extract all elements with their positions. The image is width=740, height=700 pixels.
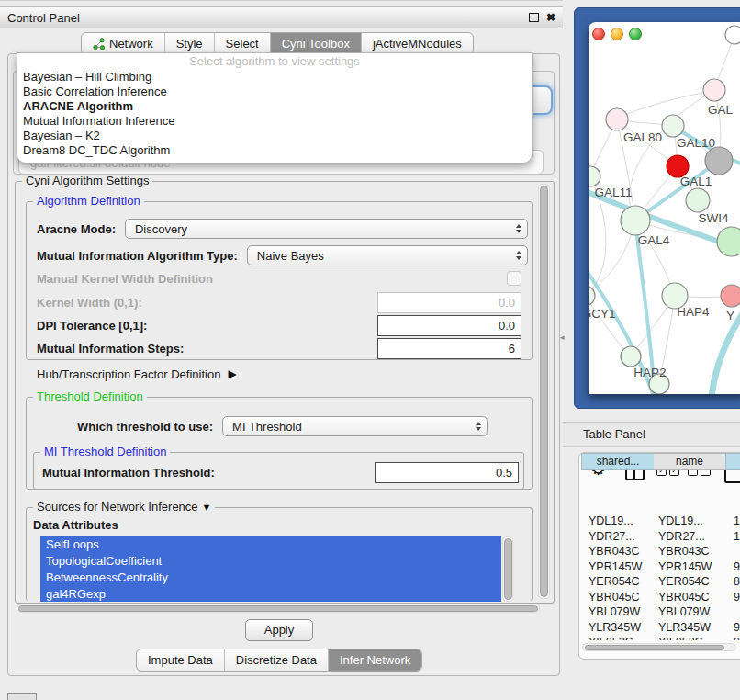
dropdown-item[interactable]: Bayesian – Hill Climbing [17,70,532,85]
node-gal80 [606,108,628,130]
table-rows: YDL19...YDL19...13 YDR27...YDR27...12 YB… [581,514,740,640]
column-header-partial[interactable]: A [725,453,740,470]
tab-network-label: Network [109,34,153,54]
attribute-item[interactable]: SelfLoops [40,536,501,553]
table-row[interactable]: YPR145WYPR145W9. [581,559,740,575]
dropdown-item-aracne[interactable]: ARACNE Algorithm [17,99,532,114]
settings-hscrollbar-thumb[interactable] [18,605,538,612]
which-threshold-row: Which threshold to use: MI Threshold [77,415,488,437]
table-row[interactable]: YDR27...YDR27...12 [581,529,740,545]
cyni-algorithm-settings-title: Cyni Algorithm Settings [22,175,152,187]
tab-jactivemnodules[interactable]: jActiveMNodules [361,33,473,54]
tab-discretize-data[interactable]: Discretize Data [224,649,328,671]
table-panel-titlebar[interactable]: Table Panel [563,422,740,447]
dropdown-item[interactable]: Basic Correlation Inference [17,85,532,99]
node-label: HAP2 [633,366,666,379]
network-window[interactable]: GAL GAL80 GAL10 GAL11 GAL1 SWI4 GAL4 HAP… [589,22,740,394]
which-threshold-combobox[interactable]: MI Threshold [222,416,488,436]
tab-network[interactable]: Network [82,33,164,54]
node-gal1 [686,188,710,212]
float-window-icon[interactable] [529,13,539,22]
sources-group-title[interactable]: Sources for Network Inference▼ [33,501,215,514]
attribute-item[interactable]: BetweennessCentrality [40,570,501,586]
table-row[interactable]: YLR345WYLR345W9. [581,620,740,636]
network-icon [93,38,105,50]
table-row[interactable]: YBL079WYBL079W [581,604,740,620]
column-header-shared-name[interactable]: shared... [581,453,655,470]
node-gal10 [662,115,684,137]
kernel-width-row: Kernel Width (0,1): 0.0 [37,292,521,312]
dropdown-placeholder: Select algorithm to view settings [17,53,532,70]
table-hscrollbar-track[interactable] [582,643,736,651]
aracne-mode-value: Discovery [135,222,187,236]
threshold-definition-title: Threshold Definition [33,390,147,403]
node-salmon [721,285,740,307]
table-row[interactable]: YBR045CYBR045C9. [581,590,740,605]
attribute-item[interactable]: gal4RGexp [40,586,501,602]
network-graph[interactable]: GAL GAL80 GAL10 GAL11 GAL1 SWI4 GAL4 HAP… [589,22,740,394]
stepper-icon [516,224,521,233]
node-label: HAP4 [677,305,710,319]
expanded-arrow-icon: ▼ [202,502,212,513]
stepper-icon [476,422,481,431]
dropdown-item[interactable]: Mutual Information Inference [17,114,532,129]
close-traffic-light-icon[interactable] [592,28,605,40]
mi-threshold-row: Mutual Information Threshold: 0.5 [42,462,519,482]
tab-cyni-toolbox[interactable]: Cyni Toolbox [270,33,361,54]
attribute-item[interactable]: TopologicalCoefficient [40,553,501,570]
node-label: GAL4 [638,233,670,247]
manual-kernel-width-label: Manual Kernel Width Definition [37,272,213,286]
algorithm-dropdown-popup: Select algorithm to view settings Bayesi… [17,52,533,164]
node-table-panel: ⚙ ✓✓ shared... name A YDL19...YDL19...13… [578,452,740,660]
minimize-traffic-light-icon[interactable] [611,28,623,40]
dpi-tolerance-label: DPI Tolerance [0,1]: [37,319,147,333]
node-label: GAL80 [623,130,662,144]
tab-infer-network[interactable]: Infer Network [328,649,421,671]
dpi-tolerance-field[interactable]: 0.0 [377,315,521,336]
node-gal11 [589,166,600,186]
table-hscrollbar-thumb[interactable] [585,645,724,650]
collapsed-arrow-icon: ▶ [228,367,236,380]
mi-threshold-field[interactable]: 0.5 [375,462,519,483]
mi-steps-row: Mutual Information Steps: 6 [37,338,521,358]
node-label: GAL1 [680,175,712,188]
table-panel-title: Table Panel [583,427,645,441]
control-panel-titlebar[interactable]: Control Panel ✖ [0,6,563,28]
dropdown-item[interactable]: Dream8 DC_TDC Algorithm [17,143,532,158]
table-row[interactable]: YIL052CYIL052C0. [581,635,740,640]
cytopanel-dock-button[interactable] [7,693,37,700]
window-title: Control Panel [7,11,80,25]
dropdown-item[interactable]: Bayesian – K2 [17,129,532,143]
table-row[interactable]: YBR043CYBR043C [581,544,740,559]
table-row[interactable]: YDL19...YDL19...13 [581,514,740,529]
zoom-traffic-light-icon[interactable] [629,28,642,40]
node-swi4 [717,227,740,256]
mi-steps-field[interactable]: 6 [377,338,521,359]
data-attributes-label: Data Attributes [33,518,118,532]
tab-impute-data[interactable]: Impute Data [137,649,224,671]
stepper-icon [516,251,521,260]
tab-style[interactable]: Style [164,33,214,54]
column-header-name[interactable]: name [654,453,726,470]
tab-select[interactable]: Select [214,33,270,54]
algorithm-definition-title: Algorithm Definition [33,195,144,208]
table-row[interactable]: YER054CYER054C8. [581,574,740,590]
mi-threshold-definition-title: MI Threshold Definition [40,446,170,458]
apply-button[interactable]: Apply [245,619,313,641]
network-view-frame[interactable]: GAL GAL80 GAL10 GAL11 GAL1 SWI4 GAL4 HAP… [574,7,740,409]
hub-tf-definition-label: Hub/Transcription Factor Definition [37,367,220,381]
node-label: SWI4 [698,211,728,225]
close-window-icon[interactable]: ✖ [546,12,555,23]
manual-kernel-width-checkbox[interactable] [507,271,521,286]
mi-algorithm-type-value: Naive Bayes [257,249,324,263]
node-label: Y [726,309,734,322]
mi-algorithm-type-combobox[interactable]: Naive Bayes [247,245,528,265]
aracne-mode-row: Aracne Mode: Discovery [37,218,528,240]
kernel-width-label: Kernel Width (0,1): [37,296,142,310]
hub-tf-definition-toggle[interactable]: Hub/Transcription Factor Definition ▶ [37,366,237,382]
data-attributes-list[interactable]: SelfLoops TopologicalCoefficient Between… [40,536,501,602]
aracne-mode-combobox[interactable]: Discovery [125,219,528,239]
panel-splitter-handle[interactable]: ◂ [560,333,565,342]
kernel-width-field[interactable]: 0.0 [377,292,521,313]
mi-threshold-label: Mutual Information Threshold: [42,466,215,480]
